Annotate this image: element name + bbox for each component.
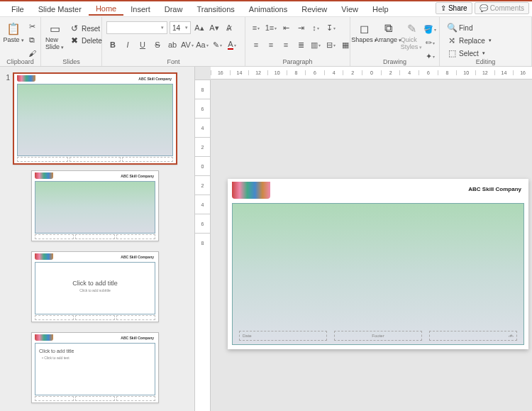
comments-button[interactable]: 💬Comments [475,2,529,14]
comment-icon: 💬 [480,4,488,12]
company-label: ABC Skill Company [138,77,172,81]
font-size-combo[interactable]: 14▾ [170,21,191,34]
tab-slide-master[interactable]: Slide Master [31,3,89,16]
outdent-icon: ⇤ [283,23,289,33]
replace-button[interactable]: ⤭Replace▾ [444,35,494,46]
shapes-icon: ◻ [358,21,372,35]
shadow-button[interactable]: ab [166,38,179,51]
shapes-button[interactable]: ◻ Shapes [353,20,375,45]
slide-body[interactable] [232,203,524,345]
paste-icon: 📋 [6,21,21,35]
reset-button[interactable]: ↺Reset [67,23,105,34]
layout-thumbnail-2[interactable]: ABC Skill Company Click to add title Cli… [31,251,159,322]
line-spacing-icon: ↕ [312,23,316,32]
numbering-button[interactable]: 1≡ [265,21,277,34]
thumb-body [35,181,155,234]
tab-home[interactable]: Home [89,2,123,16]
company-label: ABC Skill Company [121,174,154,178]
justify-button[interactable]: ≣ [294,38,307,51]
spacing-button[interactable]: AV [181,38,194,51]
font-name-combo[interactable]: ▾ [106,21,167,34]
layout-thumbnail-1[interactable]: ABC Skill Company [31,170,159,241]
group-label-font: Font [102,58,245,65]
align-text-button[interactable]: ⊟ [324,38,337,51]
copy-button[interactable]: ⧉ [26,33,38,46]
find-button[interactable]: 🔍Find [444,22,494,33]
ribbon: 📋 Paste ✂ ⧉ 🖌 Clipboard ▭ New Slide ↺Res… [0,17,532,67]
master-thumbnail[interactable]: ABC Skill Company [13,72,177,165]
master-slide[interactable]: ABC Skill Company Date Footer ‹#› [228,179,528,349]
increase-font-button[interactable]: A▴ [193,21,206,34]
outdent-button[interactable]: ⇤ [279,21,292,34]
tab-help[interactable]: Help [365,3,396,16]
arrange-icon: ⧉ [381,21,395,35]
share-button[interactable]: ⇪Share [436,2,472,14]
group-clipboard: 📋 Paste ✂ ⧉ 🖌 Clipboard [0,17,41,66]
vertical-ruler[interactable]: 864202468 [195,80,211,411]
title-placeholder: Click to add title [39,349,74,354]
copy-icon: ⧉ [29,35,35,45]
title-placeholder: Click to add title [32,280,158,287]
new-slide-icon: ▭ [48,21,62,35]
logo-graphic [35,253,53,260]
pagenum-placeholder[interactable]: ‹#› [429,331,517,341]
columns-icon: ▥ [311,40,318,50]
indent-button[interactable]: ⇥ [294,21,307,34]
font-color-button[interactable]: A [226,38,238,51]
tab-insert[interactable]: Insert [123,3,157,16]
logo-graphic [35,334,53,341]
decrease-font-button[interactable]: A▾ [208,21,221,34]
share-icon: ⇪ [440,4,446,12]
horizontal-ruler[interactable]: 1614121086420246810121416 [211,67,532,80]
align-right-button[interactable]: ≡ [279,38,292,51]
date-placeholder[interactable]: Date [239,331,327,341]
group-paragraph: ≡ 1≡ ⇤ ⇥ ↕ ↧ ≡ ≡ ≡ ≣ ▥ ⊟ ▦ Paragraph [245,17,350,66]
strike-button[interactable]: S [151,38,164,51]
brush-icon: 🖌 [28,49,36,57]
align-center-icon: ≡ [269,40,273,49]
align-left-button[interactable]: ≡ [250,38,262,51]
align-left-icon: ≡ [254,40,258,49]
tab-transitions[interactable]: Transitions [189,3,241,16]
underline-button[interactable]: U [136,38,149,51]
text-direction-button[interactable]: ↧ [324,21,337,34]
highlight-button[interactable]: ✎ [211,38,223,51]
new-slide-button[interactable]: ▭ New Slide [44,20,65,52]
slide-logo[interactable] [232,182,270,199]
footer-placeholder[interactable]: Footer [334,331,422,341]
quick-styles-button[interactable]: ✎ Quick Styles [401,20,422,52]
delete-button[interactable]: ✖Delete [67,35,105,46]
arrange-button[interactable]: ⧉ Arrange [377,20,399,45]
logo-graphic [17,75,35,82]
bold-button[interactable]: B [106,38,119,51]
bullets-button[interactable]: ≡ [250,21,262,34]
layout-thumbnail-3[interactable]: ABC Skill Company Click to add title • C… [31,332,159,403]
select-button[interactable]: ⬚Select▾ [444,48,494,59]
clear-format-button[interactable]: A̷ [223,21,235,34]
paste-button[interactable]: 📋 Paste [3,20,24,45]
align-center-button[interactable]: ≡ [265,38,277,51]
group-font: ▾ 14▾ A▴ A▾ A̷ B I U S ab AV Aa ✎ A Font [102,17,245,66]
tab-file[interactable]: File [4,3,31,16]
tab-view[interactable]: View [334,3,365,16]
tab-animations[interactable]: Animations [242,3,294,16]
group-drawing: ◻ Shapes ⧉ Arrange ✎ Quick Styles 🪣 ✏ ✦ … [350,17,440,66]
justify-icon: ≣ [298,40,304,50]
align-text-icon: ⊟ [326,40,333,50]
slide-number: 1 [3,72,10,82]
columns-button[interactable]: ▥ [309,38,322,51]
group-slides: ▭ New Slide ↺Reset ✖Delete Slides [41,17,102,66]
line-spacing-button[interactable]: ↕ [309,21,322,34]
shape-outline-button[interactable]: ✏ [423,36,436,49]
italic-button[interactable]: I [121,38,134,51]
bullets-icon: ≡ [253,23,257,32]
tab-draw[interactable]: Draw [157,3,190,16]
tab-review[interactable]: Review [294,3,334,16]
group-label-slides: Slides [41,58,101,65]
canvas[interactable]: ABC Skill Company Date Footer ‹#› [211,80,532,411]
slide-company-text[interactable]: ABC Skill Company [468,186,521,192]
shape-fill-button[interactable]: 🪣 [423,23,436,35]
cut-button[interactable]: ✂ [26,20,38,33]
indent-icon: ⇥ [298,23,304,33]
case-button[interactable]: Aa [196,38,209,51]
